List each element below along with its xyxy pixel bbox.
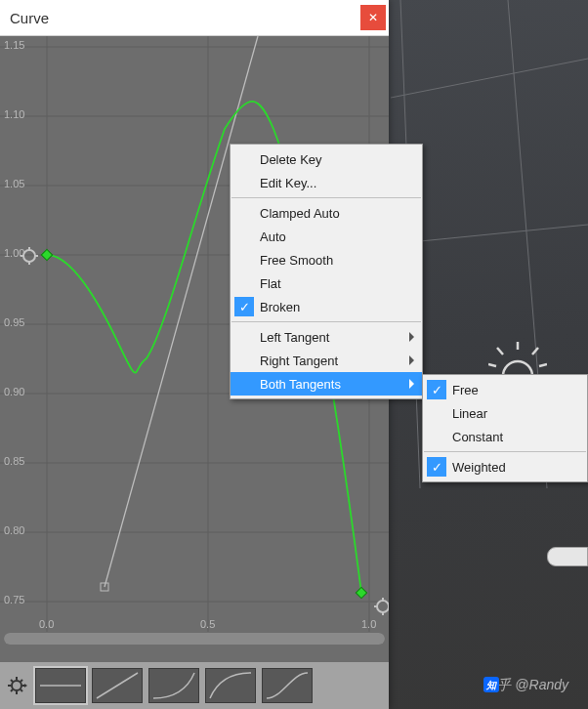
gear-icon[interactable] [374,598,389,615]
svg-line-41 [11,689,13,691]
x-tick: 0.5 [200,618,215,630]
menu-separator [231,321,421,322]
y-tick: 0.85 [4,455,24,467]
chevron-right-icon [409,355,414,365]
window-title: Curve [10,10,49,26]
context-submenu: ✓Free Linear Constant ✓Weighted [422,374,588,482]
y-tick: 0.80 [4,524,24,536]
svg-line-40 [21,689,22,691]
menu-free-smooth[interactable]: Free Smooth [231,248,422,271]
submenu-constant[interactable]: Constant [423,425,587,448]
svg-text:知: 知 [485,680,497,690]
curve-key[interactable] [356,587,366,598]
chevron-right-icon [409,379,414,389]
graph-scrollbar-h[interactable] [4,633,385,645]
svg-point-24 [23,250,35,262]
close-icon: ✕ [368,11,378,24]
svg-line-7 [532,348,538,354]
check-icon: ✓ [427,380,446,399]
scene-search-input[interactable] [547,547,588,566]
menu-both-tangents[interactable]: Both Tangents [231,372,422,396]
svg-line-44 [97,673,138,698]
svg-line-9 [539,364,547,366]
submenu-linear[interactable]: Linear [423,401,587,425]
svg-line-0 [391,59,588,98]
menu-edit-key[interactable]: Edit Key... [231,171,422,194]
close-button[interactable]: ✕ [360,5,386,30]
curve-preset-flat[interactable] [35,668,86,703]
menu-broken[interactable]: ✓Broken [231,295,422,318]
y-tick: 0.75 [4,594,24,605]
svg-line-8 [488,364,496,366]
menu-clamped-auto[interactable]: Clamped Auto [231,201,422,225]
watermark-text: @Randy [515,677,568,692]
gear-icon[interactable] [6,674,29,697]
watermark: 知 知乎 @Randy [483,677,568,694]
submenu-weighted[interactable]: ✓Weighted [423,455,587,479]
x-tick: 0.0 [39,618,54,630]
check-icon: ✓ [427,457,446,477]
check-icon: ✓ [234,297,254,316]
y-tick: 1.15 [4,39,24,51]
menu-left-tangent[interactable]: Left Tangent [231,325,422,349]
context-menu: Delete Key Edit Key... Clamped Auto Auto… [230,144,423,399]
svg-line-39 [11,680,13,682]
y-tick: 1.05 [4,178,24,189]
menu-separator [424,451,586,452]
curve-preset-ease-in-out[interactable] [262,668,313,703]
curve-preset-ease-out[interactable] [205,668,256,703]
curve-key[interactable] [41,249,52,260]
menu-right-tangent[interactable]: Right Tangent [231,349,422,372]
y-tick: 0.90 [4,386,24,397]
y-tick: 1.10 [4,108,24,120]
submenu-free[interactable]: ✓Free [423,378,587,401]
chevron-right-icon [409,332,414,342]
menu-auto[interactable]: Auto [231,225,422,248]
titlebar: Curve ✕ [0,0,389,36]
curve-preset-bar [0,662,389,709]
svg-point-29 [377,601,389,612]
y-tick: 1.00 [4,247,24,259]
menu-separator [231,197,421,198]
svg-line-6 [497,348,503,354]
menu-delete-key[interactable]: Delete Key [231,147,422,171]
y-tick: 0.95 [4,316,24,328]
curve-preset-ease-in[interactable] [148,668,199,703]
svg-point-34 [12,681,21,690]
x-tick: 1.0 [361,618,376,630]
svg-line-42 [21,680,22,682]
menu-flat[interactable]: Flat [231,271,422,295]
curve-preset-linear-up[interactable] [92,668,143,703]
